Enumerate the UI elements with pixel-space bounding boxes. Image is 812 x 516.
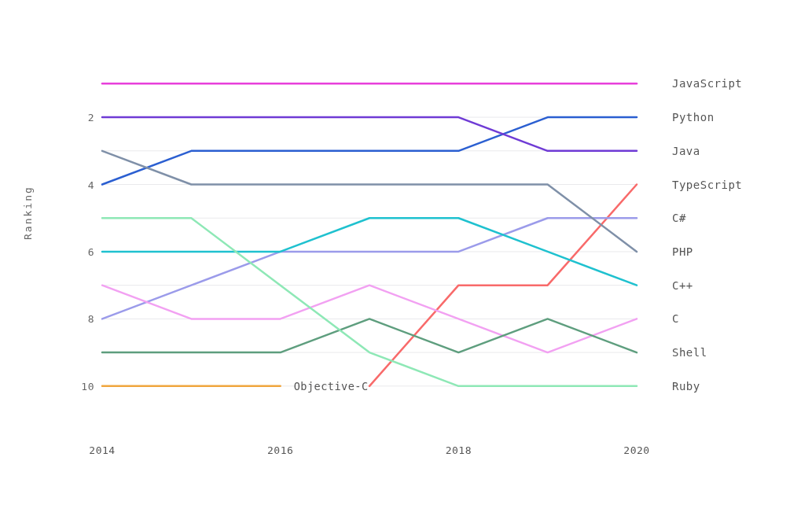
x-tick-label: 2016 — [267, 444, 293, 456]
series-mid-label: Objective-C — [294, 380, 369, 393]
series-line — [102, 319, 637, 352]
series-line — [102, 151, 637, 252]
series-end-label: C++ — [672, 279, 693, 292]
series-end-label: Ruby — [672, 380, 700, 393]
series-line — [102, 117, 637, 151]
plot-svg — [102, 67, 637, 413]
series-line — [102, 218, 637, 319]
series-end-label: Python — [672, 111, 715, 123]
series-end-label: TypeScript — [672, 179, 742, 191]
series-end-label: PHP — [672, 245, 693, 258]
y-tick-label: 10 — [71, 380, 94, 392]
x-tick-label: 2020 — [623, 444, 649, 456]
series-end-label: Java — [672, 145, 700, 157]
y-tick-label: 4 — [71, 179, 94, 190]
series-end-label: C# — [672, 212, 686, 224]
series-end-label: Shell — [672, 346, 707, 359]
y-axis-label: Ranking — [22, 186, 34, 240]
plot-area — [102, 67, 637, 413]
series-line — [102, 218, 637, 386]
ranking-chart: Ranking 246810 2014201620182020 JavaScri… — [0, 0, 812, 516]
series-end-label: JavaScript — [672, 77, 742, 90]
series-end-label: C — [672, 312, 679, 325]
y-tick-label: 6 — [71, 245, 94, 257]
x-tick-label: 2014 — [89, 444, 115, 456]
x-tick-label: 2018 — [446, 444, 472, 456]
y-tick-label: 2 — [71, 112, 94, 123]
y-tick-label: 8 — [71, 313, 94, 325]
